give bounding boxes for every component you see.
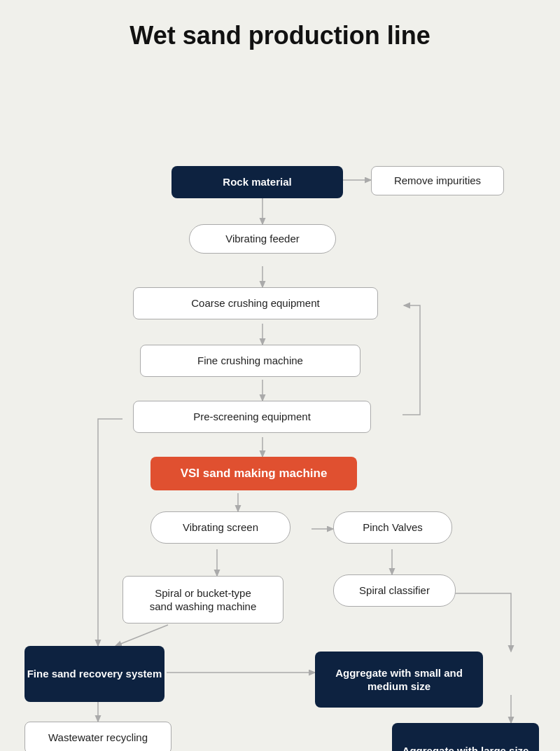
svg-line-11 bbox=[115, 625, 168, 646]
vibrating-screen-node: Vibrating screen bbox=[150, 511, 290, 544]
spiral-washing-node: Spiral or bucket-type sand washing machi… bbox=[122, 576, 284, 623]
vibrating-feeder-node: Vibrating feeder bbox=[189, 224, 336, 254]
coarse-crushing-node: Coarse crushing equipment bbox=[133, 287, 378, 319]
vsi-node: VSI sand making machine bbox=[150, 457, 357, 490]
fine-sand-recovery-node: Fine sand recovery system bbox=[24, 646, 164, 702]
wastewater-node: Wastewater recycling bbox=[24, 722, 172, 751]
page-title: Wet sand production line bbox=[0, 0, 560, 64]
diagram: Rock material Remove impurities Vibratin… bbox=[0, 64, 560, 737]
pinch-valves-node: Pinch Valves bbox=[333, 511, 452, 544]
rock-material-node: Rock material bbox=[172, 166, 343, 198]
remove-impurities-node: Remove impurities bbox=[371, 166, 504, 195]
fine-crushing-node: Fine crushing machine bbox=[140, 345, 360, 377]
aggregate-large-node: Aggregate with large size bbox=[392, 723, 539, 751]
aggregate-small-node: Aggregate with small and medium size bbox=[315, 652, 483, 708]
spiral-classifier-node: Spiral classifier bbox=[333, 574, 456, 607]
prescreening-node: Pre-screening equipment bbox=[133, 401, 371, 433]
